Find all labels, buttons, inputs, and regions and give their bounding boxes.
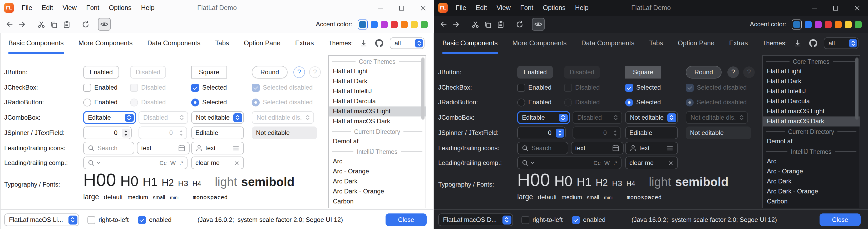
round-button[interactable]: Round bbox=[252, 66, 287, 79]
radio-selected[interactable]: Selected bbox=[625, 98, 661, 107]
titlebar[interactable]: FL File Edit View Font Options Help Flat… bbox=[434, 0, 868, 16]
theme-list-item[interactable]: FlatLaf macOS Light bbox=[763, 107, 860, 116]
combobox-not-editable[interactable]: Not editable bbox=[191, 111, 244, 124]
combobox-arrows-icon[interactable] bbox=[125, 114, 133, 121]
close-window-button[interactable] bbox=[412, 0, 434, 16]
back-button[interactable] bbox=[3, 18, 16, 31]
theme-list-item[interactable]: FlatLaf Darcula bbox=[329, 96, 426, 107]
refresh-button[interactable] bbox=[79, 18, 92, 31]
whole-words-toggle[interactable]: W bbox=[170, 160, 176, 166]
tab-basic-components[interactable]: Basic Components bbox=[442, 33, 498, 54]
themes-filter-combobox[interactable]: all bbox=[824, 37, 859, 49]
theme-list-item[interactable]: Cobalt 2 bbox=[329, 207, 426, 208]
combobox-editable[interactable]: Editable bbox=[517, 111, 570, 124]
show-hidden-toggle-button[interactable] bbox=[98, 18, 111, 31]
theme-list-item[interactable]: FlatLaf Darcula bbox=[763, 96, 860, 107]
checkbox-enabled[interactable]: Enabled bbox=[83, 83, 118, 92]
cut-button[interactable] bbox=[469, 18, 482, 31]
themes-filter-combobox[interactable]: all bbox=[390, 37, 425, 49]
menu-icon[interactable] bbox=[232, 144, 240, 152]
search-with-options-field[interactable]: Cc W .* bbox=[517, 156, 621, 169]
menu-help[interactable]: Help bbox=[570, 0, 593, 16]
paste-button[interactable] bbox=[494, 18, 507, 31]
checkbox-selected[interactable]: Selected bbox=[191, 83, 227, 92]
tab-tabs[interactable]: Tabs bbox=[215, 33, 229, 54]
chevron-down-icon[interactable] bbox=[530, 161, 535, 165]
radio-enabled[interactable]: Enabled bbox=[83, 98, 118, 107]
theme-list-item[interactable]: FlatLaf Dark bbox=[329, 77, 426, 86]
accent-swatch-green[interactable] bbox=[421, 21, 428, 28]
spinner-arrows-icon[interactable] bbox=[121, 128, 130, 137]
radio-selected[interactable]: Selected bbox=[191, 98, 227, 107]
themes-scrollbar-thumb[interactable] bbox=[421, 57, 425, 120]
theme-list-item[interactable]: Arc - Orange bbox=[763, 167, 860, 177]
theme-list-item[interactable]: DemoLaf bbox=[763, 137, 860, 146]
checkbox-enabled[interactable]: Enabled bbox=[517, 83, 552, 92]
copy-button[interactable] bbox=[482, 18, 494, 31]
tab-data-components[interactable]: Data Components bbox=[148, 33, 201, 54]
theme-list-item[interactable]: DemoLaf bbox=[329, 137, 426, 146]
match-case-toggle[interactable]: Cc bbox=[594, 160, 601, 166]
enabled-checkbox[interactable]: enabled bbox=[138, 216, 172, 224]
date-field[interactable]: text bbox=[137, 142, 190, 154]
copy-button[interactable] bbox=[48, 18, 60, 31]
minimize-button[interactable] bbox=[369, 0, 391, 16]
chevron-down-icon[interactable] bbox=[96, 161, 101, 165]
laf-selector-combobox[interactable]: FlatLaf macOS Li... bbox=[4, 213, 79, 226]
help-button[interactable]: ? bbox=[293, 66, 305, 78]
calendar-icon[interactable] bbox=[178, 144, 185, 152]
tab-option-pane[interactable]: Option Pane bbox=[678, 33, 714, 54]
textfield-editable[interactable]: Editable bbox=[191, 126, 244, 139]
minimize-button[interactable] bbox=[803, 0, 825, 16]
tab-option-pane[interactable]: Option Pane bbox=[244, 33, 280, 54]
accent-swatch-default[interactable] bbox=[793, 21, 800, 28]
menu-options[interactable]: Options bbox=[538, 0, 570, 16]
accent-swatch-blue[interactable] bbox=[805, 21, 812, 28]
enabled-button[interactable]: Enabled bbox=[83, 66, 119, 79]
theme-list-item[interactable]: Carbon bbox=[763, 197, 860, 207]
theme-list-item-selected[interactable]: FlatLaf macOS Light bbox=[329, 107, 426, 116]
refresh-button[interactable] bbox=[513, 18, 526, 31]
match-case-toggle[interactable]: Cc bbox=[160, 160, 167, 166]
combobox-arrows-icon[interactable] bbox=[233, 113, 242, 122]
accent-swatch-orange[interactable] bbox=[835, 21, 842, 28]
clear-me-field[interactable]: clear me bbox=[191, 156, 244, 169]
combobox-arrows-icon[interactable] bbox=[559, 114, 567, 121]
laf-selector-combobox[interactable]: FlatLaf macOS D... bbox=[438, 213, 513, 226]
spinner-arrows-icon[interactable] bbox=[555, 128, 564, 137]
maximize-button[interactable] bbox=[825, 0, 846, 16]
theme-list-item[interactable]: FlatLaf Light bbox=[763, 66, 860, 77]
checkbox-selected[interactable]: Selected bbox=[625, 83, 661, 92]
radio-enabled[interactable]: Enabled bbox=[517, 98, 552, 107]
combobox-arrows-icon[interactable] bbox=[502, 215, 511, 224]
show-hidden-toggle-button[interactable] bbox=[532, 18, 545, 31]
spinner[interactable]: 0 bbox=[517, 126, 566, 139]
theme-list-item-selected[interactable]: FlatLaf macOS Dark bbox=[763, 116, 860, 126]
user-field[interactable]: text bbox=[191, 142, 244, 154]
whole-words-toggle[interactable]: W bbox=[604, 160, 610, 166]
tab-basic-components[interactable]: Basic Components bbox=[8, 33, 64, 54]
cut-button[interactable] bbox=[35, 18, 48, 31]
search-field[interactable]: Search bbox=[83, 142, 134, 154]
theme-list-item[interactable]: Arc bbox=[329, 156, 426, 167]
tab-more-components[interactable]: More Components bbox=[513, 33, 567, 54]
github-button[interactable] bbox=[808, 38, 818, 49]
user-field[interactable]: text bbox=[625, 142, 678, 154]
accent-swatch-red[interactable] bbox=[391, 21, 398, 28]
square-button[interactable]: Square bbox=[625, 66, 661, 79]
forward-button[interactable] bbox=[450, 18, 462, 31]
clear-icon[interactable] bbox=[668, 160, 674, 166]
tab-extras[interactable]: Extras bbox=[295, 33, 314, 54]
combobox-arrows-icon[interactable] bbox=[68, 215, 77, 224]
date-field[interactable]: text bbox=[571, 142, 624, 154]
paste-button[interactable] bbox=[60, 18, 73, 31]
search-field[interactable]: Search bbox=[517, 142, 568, 154]
calendar-icon[interactable] bbox=[612, 144, 619, 152]
menu-edit[interactable]: Edit bbox=[37, 0, 58, 16]
spinner[interactable]: 0 bbox=[83, 126, 132, 139]
download-themes-button[interactable] bbox=[358, 38, 369, 49]
round-button[interactable]: Round bbox=[686, 66, 721, 79]
accent-swatch-red[interactable] bbox=[825, 21, 832, 28]
accent-swatch-green[interactable] bbox=[855, 21, 862, 28]
theme-list-item[interactable]: FlatLaf Light bbox=[329, 66, 426, 77]
